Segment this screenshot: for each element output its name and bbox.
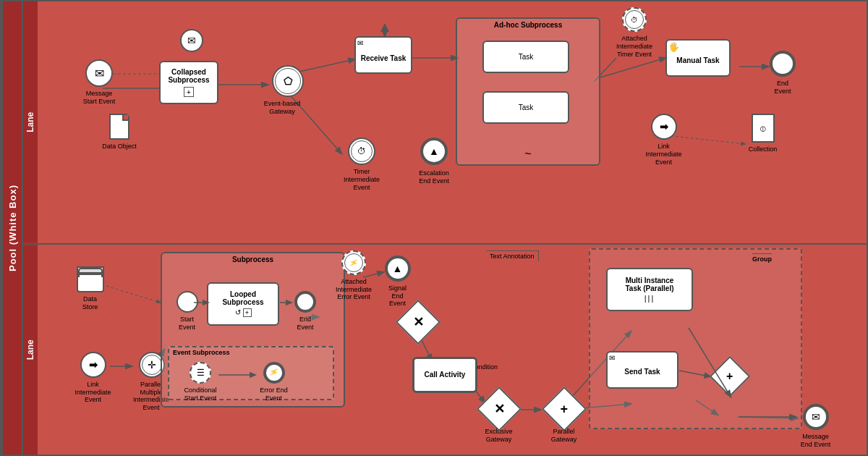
exclusive-gw2-label: ExclusiveGateway <box>475 428 522 444</box>
escalation-end-label: EscalationEnd Event <box>409 169 459 185</box>
svg-line-30 <box>679 371 710 376</box>
adhoc-task2[interactable]: Task <box>482 91 569 124</box>
lane-1-label: Lane <box>22 1 38 243</box>
message-end-event[interactable]: ✉ MessageEnd Event <box>796 404 835 430</box>
svg-line-13 <box>101 284 161 303</box>
svg-marker-7 <box>380 23 389 32</box>
conditional-start-label: ConditionalStart Event <box>179 387 222 402</box>
attached-error-event[interactable]: ⚡ AttachedIntermediateError Event <box>333 250 375 275</box>
message-event-top[interactable]: ✉ <box>177 29 206 52</box>
signal-end-label: SignalEndEvent <box>378 284 417 308</box>
event-gateway-label: Event-basedGateway <box>257 100 307 116</box>
message-start-event[interactable]: ✉ Message Start Event <box>74 59 124 87</box>
subprocess-end-label: EndEvent <box>291 316 320 332</box>
text-annotation: Text Annotation <box>486 250 539 261</box>
lane-2: Lane <box>22 245 867 455</box>
link-intermediate-1-label: LinkIntermediateEvent <box>640 143 687 166</box>
group-box[interactable]: Group Multi InstanceTask (Parallel) ||| … <box>589 248 802 429</box>
parallel-gateway[interactable]: + ParallelGateway <box>544 393 584 425</box>
collapsed-subprocess[interactable]: CollapsedSubprocess + <box>159 61 218 104</box>
subprocess-start[interactable]: StartEvent <box>171 291 203 313</box>
lane-1: Lane <box>22 1 867 245</box>
error-end-event[interactable]: ⚡ Error EndEvent <box>256 362 292 384</box>
manual-task[interactable]: 🖐 Manual Task <box>665 39 731 77</box>
escalation-end[interactable]: ▲ EscalationEnd Event <box>412 138 456 165</box>
attached-error-label: AttachedIntermediateError Event <box>328 278 379 301</box>
receive-task[interactable]: ✉ Receive Task <box>354 36 412 74</box>
timer-intermediate[interactable]: ⏱ TimerIntermediateEvent <box>340 138 383 165</box>
link-intermediate-2-label: LinkIntermediateEvent <box>69 381 116 404</box>
error-end-label: Error EndEvent <box>254 387 294 402</box>
collection-label: Collection <box>743 145 783 153</box>
signal-end-event[interactable]: ▲ SignalEndEvent <box>378 256 417 282</box>
looped-subprocess[interactable]: LoopedSubprocess ↺ + <box>207 282 279 326</box>
adhoc-label: Ad-hoc Subprocess <box>457 21 599 29</box>
attached-timer-label: AttachedIntermediateTimer Event <box>605 35 663 58</box>
group-label: Group <box>752 253 772 263</box>
lane-2-label: Lane <box>22 245 38 455</box>
event-subprocess-label: Event Subprocess <box>173 349 230 356</box>
receive-task-icon: ✉ <box>357 39 363 47</box>
subprocess-start-label: StartEvent <box>171 316 203 332</box>
pool-label: Pool (White Box) <box>1 1 22 455</box>
svg-line-12 <box>600 58 665 77</box>
adhoc-subprocess[interactable]: Ad-hoc Subprocess Task Task ~ <box>456 17 600 166</box>
end-event-label: EndEvent <box>765 80 801 96</box>
pool-content: Lane <box>22 1 867 455</box>
data-store[interactable]: DataStore <box>70 266 110 292</box>
lane-1-content: ✉ Message Start Event Data Object ✉ <box>38 1 867 243</box>
event-gateway[interactable]: ⬠ Event-basedGateway <box>266 65 310 97</box>
subprocess-end[interactable]: EndEvent <box>291 291 320 313</box>
pool-title: Pool (White Box) <box>7 185 18 271</box>
parallel-gw-2[interactable]: + <box>712 362 748 391</box>
message-end-label: MessageEnd Event <box>792 433 839 449</box>
end-event[interactable]: EndEvent <box>765 51 801 77</box>
data-object[interactable]: Data Object <box>101 114 137 140</box>
timer-label: TimerIntermediateEvent <box>336 168 387 191</box>
exclusive-gateway-top[interactable]: ✕ <box>398 306 438 338</box>
manual-task-icon: 🖐 <box>668 42 679 52</box>
exclusive-gateway-2[interactable]: ✕ ExclusiveGateway <box>479 393 519 425</box>
adhoc-task1[interactable]: Task <box>482 41 569 73</box>
data-store-label: DataStore <box>70 295 110 311</box>
data-object-label: Data Object <box>98 143 141 151</box>
lane-2-content: condition DataStore ➡ LinkIntermediateEv… <box>38 245 867 455</box>
link-intermediate-2[interactable]: ➡ LinkIntermediateEvent <box>75 352 111 378</box>
send-task-icon: ✉ <box>609 354 615 362</box>
subprocess-box-label: Subprocess <box>162 256 344 263</box>
event-subprocess-box[interactable]: Event Subprocess ☰ ConditionalStart Even… <box>168 346 334 400</box>
subprocess-box[interactable]: Subprocess StartEvent LoopedSubprocess ↺… <box>161 252 345 408</box>
message-start-label: Message Start Event <box>70 90 128 106</box>
adhoc-marker: ~ <box>524 148 531 161</box>
send-task[interactable]: ✉ Send Task <box>606 351 678 389</box>
link-intermediate-1[interactable]: ➡ LinkIntermediateEvent <box>644 114 684 140</box>
pool: Pool (White Box) Lane <box>0 0 868 456</box>
attached-timer[interactable]: ⏱ AttachedIntermediateTimer Event <box>609 7 660 32</box>
conditional-start[interactable]: ☰ ConditionalStart Event <box>182 362 218 384</box>
collection[interactable]: ⦶ Collection <box>743 114 783 143</box>
call-activity[interactable]: Call Activity <box>412 357 477 393</box>
multi-instance-task[interactable]: Multi InstanceTask (Parallel) ||| <box>606 268 693 311</box>
parallel-gw-label: ParallelGateway <box>540 428 587 444</box>
